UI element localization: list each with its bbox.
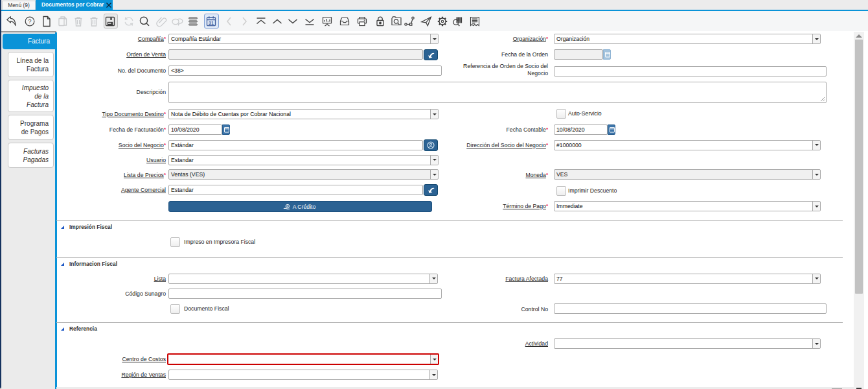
svg-text:?: ? — [28, 18, 31, 25]
svg-text:31: 31 — [209, 21, 214, 25]
